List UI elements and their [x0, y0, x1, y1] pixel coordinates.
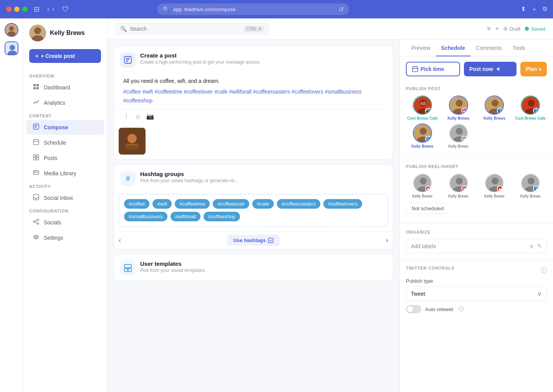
share-icon[interactable]: ⬆ — [521, 5, 526, 13]
hashtag-tag[interactable]: #coffeeshop — [204, 212, 240, 221]
hashtag-tag[interactable]: #wififorall — [171, 212, 200, 221]
reel-account-1[interactable]: ▣ Kelly Brews — [406, 173, 439, 198]
svg-point-7 — [34, 27, 41, 34]
publish-post-accounts: KB 📷 Cool Brews Cafe — [406, 96, 547, 148]
post-now-button[interactable]: Post now — [464, 62, 517, 76]
svg-rect-47 — [128, 268, 131, 272]
hashtag-tag[interactable]: #coffee — [124, 199, 149, 209]
hashtag-card-header: # Hashtag groups Pick from your saved ha… — [114, 165, 393, 191]
forward-button[interactable]: › — [52, 6, 54, 13]
maximize-button[interactable] — [22, 7, 28, 12]
add-icon[interactable]: + — [495, 25, 499, 32]
reel-account-3[interactable]: ▶ Kelly Brews — [478, 173, 511, 198]
sidebar-item-schedule[interactable]: Schedule — [26, 135, 104, 150]
account-avatar: ▶ — [485, 173, 504, 193]
tab-tools[interactable]: Tools — [507, 40, 531, 56]
sidebar-item-dashboard[interactable]: Dashboard — [26, 80, 104, 95]
image-icon[interactable]: 📷 — [146, 113, 154, 120]
instagram-badge: ▣ — [461, 186, 467, 192]
avatar-rail-item-1[interactable] — [5, 23, 18, 37]
url-bar[interactable]: 🔍 app. feedhive.com/compose ↺ — [157, 3, 349, 15]
svg-rect-12 — [36, 87, 39, 89]
more-options-icon[interactable]: ⋮ — [123, 113, 129, 120]
posts-icon — [32, 154, 40, 162]
reel-account-4[interactable]: f Kelly Brews — [514, 173, 547, 198]
hashtag-tag[interactable]: #coffeeroasters — [277, 199, 320, 209]
add-labels-row[interactable]: Add labels ∨ ✎ — [406, 239, 547, 253]
close-button[interactable] — [6, 7, 12, 12]
panel-action-buttons: Pick time Post now Plan » — [400, 56, 553, 82]
svg-point-1 — [9, 26, 13, 31]
activity-section-label: ACTIVITY — [23, 181, 107, 190]
hashtag-tag[interactable]: #coffeelovers — [323, 199, 362, 209]
organize-section: ORGANIZE Add labels ∨ ✎ — [400, 225, 553, 258]
account-kelly-twitter[interactable]: 𝕏 Kelly Brews — [406, 124, 439, 148]
info-icon[interactable]: ⓘ — [541, 267, 547, 275]
sidebar-item-analytics[interactable]: Analytics — [26, 96, 104, 110]
account-name: Cool Brews Cafe — [515, 116, 545, 120]
card-header: Create a post Create a high-performing p… — [114, 46, 393, 72]
tweet-value: Tweet — [411, 291, 425, 297]
keyboard-shortcut: CTRL K — [244, 26, 264, 32]
sidebar-item-label: Socials — [44, 219, 61, 226]
account-kelly-greyed[interactable]: ▣ Kelly Brews — [442, 124, 475, 148]
post-text-area[interactable]: All you need is coffee, wifi, and a drea… — [119, 72, 388, 109]
hashtag-tag[interactable]: #coffeetime — [175, 199, 210, 209]
auto-retweet-toggle[interactable] — [406, 305, 421, 313]
dropdown-icon[interactable]: ∨ — [529, 242, 534, 250]
hashtag-tag[interactable]: #cafe — [252, 199, 274, 209]
plan-button[interactable]: Plan » — [520, 62, 547, 76]
publish-type-select[interactable]: Tweet ∨ — [406, 286, 547, 301]
pick-time-button[interactable]: Pick time — [406, 62, 460, 76]
sidebar-item-social-inbox[interactable]: Social Inbox — [26, 191, 104, 205]
sidebar-toggle-icon[interactable]: ⊟ — [34, 5, 40, 13]
account-kelly-instagram[interactable]: ▣ Kelly Brews — [442, 96, 475, 120]
reload-icon[interactable]: ↺ — [339, 6, 344, 13]
hashtag-icon: # — [120, 171, 136, 186]
hashtag-navigation: ‹ Use hashtags › — [114, 231, 393, 249]
sidebar-item-settings[interactable]: Settings — [26, 231, 104, 245]
sidebar-item-label: Media Library — [44, 170, 76, 176]
templates-card-header: User templates Pick from your saved temp… — [114, 254, 393, 280]
list-icon[interactable]: ≡ — [487, 25, 490, 32]
svg-rect-10 — [36, 84, 39, 86]
account-name: Kelly Brews — [520, 194, 540, 198]
publish-reel-title: PUBLISH REEL/SHORT — [406, 164, 547, 169]
use-hashtags-button[interactable]: Use hashtags — [227, 235, 280, 246]
search-input[interactable] — [130, 26, 241, 32]
hashtag-tag[interactable]: #coffeelover — [213, 199, 249, 209]
tab-preview[interactable]: Preview — [406, 40, 436, 56]
auto-retweet-info-icon[interactable]: ⓘ — [459, 306, 464, 313]
sidebar-item-label: Schedule — [44, 140, 66, 146]
socials-icon — [32, 219, 40, 226]
sidebar-item-socials[interactable]: Socials — [26, 215, 104, 230]
emoji-icon[interactable]: ☺ — [135, 113, 141, 120]
hashtag-tag[interactable]: #smallbusiness — [124, 212, 167, 221]
edit-icon[interactable]: ✎ — [537, 242, 542, 250]
minimize-button[interactable] — [14, 7, 20, 12]
new-tab-icon[interactable]: ＋ — [531, 5, 537, 13]
post-image-thumbnail — [119, 128, 146, 155]
account-kelly-facebook[interactable]: f Kelly Brews — [478, 96, 511, 120]
sidebar-item-media-library[interactable]: Media Library — [26, 166, 104, 181]
create-post-button[interactable]: + + Create post — [29, 49, 101, 63]
tab-comments[interactable]: Comments — [470, 40, 507, 56]
hashtag-prev-button[interactable]: ‹ — [119, 236, 121, 244]
tabs-icon[interactable]: ⧉ — [543, 5, 547, 13]
back-button[interactable]: ‹ — [47, 6, 49, 13]
templates-icon — [120, 260, 136, 276]
avatar-rail-item-2[interactable] — [5, 41, 18, 55]
account-cool-brews-instagram[interactable]: KB 📷 Cool Brews Cafe — [406, 96, 439, 120]
tab-schedule[interactable]: Schedule — [436, 40, 470, 56]
account-cool-brews-facebook[interactable]: f Cool Brews Cafe — [514, 96, 547, 120]
hashtag-next-button[interactable]: › — [386, 236, 388, 244]
saved-dot: ✓ — [525, 27, 529, 31]
divider — [400, 223, 553, 224]
sidebar-item-compose[interactable]: Compose — [26, 120, 104, 135]
sidebar-item-posts[interactable]: Posts — [26, 151, 104, 165]
svg-point-32 — [37, 223, 39, 224]
search-bar[interactable]: 🔍 CTRL K — [115, 23, 269, 35]
hashtag-tag[interactable]: #wifi — [152, 199, 172, 209]
reel-accounts: ▣ Kelly Brews ▣ — [406, 173, 547, 198]
reel-account-2[interactable]: ▣ Kelly Brews — [442, 173, 475, 198]
